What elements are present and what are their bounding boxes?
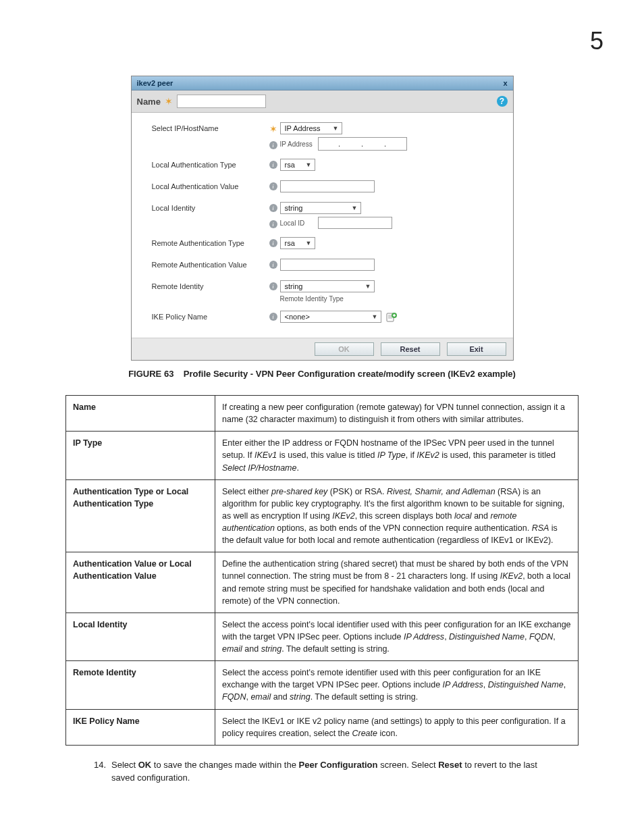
table-row: Remote IdentitySelect the access point's… xyxy=(66,661,579,709)
help-icon[interactable]: ? xyxy=(497,96,508,107)
select-ip-host-label: Select IP/HostName xyxy=(152,122,267,132)
exit-button[interactable]: Exit xyxy=(447,342,506,356)
local-id-input[interactable] xyxy=(318,217,392,229)
ok-button[interactable]: OK xyxy=(315,342,374,356)
remote-auth-type-label: Remote Authentication Type xyxy=(152,237,267,247)
chevron-down-icon: ▼ xyxy=(302,161,312,168)
step-text: Select OK to save the changes made withi… xyxy=(111,759,558,785)
required-star-icon: ✶ xyxy=(269,124,277,134)
definition-term: IP Type xyxy=(66,432,215,479)
remote-identity-type-sublabel: Remote Identity Type xyxy=(280,295,344,303)
definition-description: Enter either the IP address or FQDN host… xyxy=(215,432,579,479)
table-row: Authentication Value or Local Authentica… xyxy=(66,552,579,613)
definition-description: Select the access point's local identifi… xyxy=(215,613,579,660)
local-identity-value: string xyxy=(285,204,303,212)
reset-button[interactable]: Reset xyxy=(381,342,440,356)
table-row: NameIf creating a new peer configuration… xyxy=(66,396,579,432)
info-icon: i xyxy=(269,204,277,212)
figure-number: FIGURE 63 xyxy=(128,369,173,379)
table-row: Authentication Type or Local Authenticat… xyxy=(66,479,579,552)
chevron-down-icon: ▼ xyxy=(368,313,378,320)
step-number: 14. xyxy=(86,759,111,785)
definition-term: Remote Identity xyxy=(66,661,215,709)
definition-term: IKE Policy Name xyxy=(66,709,215,745)
definitions-table: NameIf creating a new peer configuration… xyxy=(65,395,579,746)
required-star-icon: ✶ xyxy=(165,96,173,107)
select-ip-host-dropdown[interactable]: IP Address ▼ xyxy=(280,122,342,134)
local-auth-type-value: rsa xyxy=(285,161,295,169)
info-icon: i xyxy=(269,220,277,228)
remote-auth-type-value: rsa xyxy=(285,239,295,247)
create-icon[interactable] xyxy=(386,312,397,323)
info-icon: i xyxy=(269,239,277,247)
figure-caption: FIGURE 63 Profile Security - VPN Peer Co… xyxy=(86,369,558,379)
remote-identity-value: string xyxy=(285,282,303,290)
button-bar: OK Reset Exit xyxy=(132,338,513,360)
select-ip-host-value: IP Address xyxy=(285,124,321,132)
ike-policy-value: <none> xyxy=(285,313,310,321)
definition-description: Select either pre-shared key (PSK) or RS… xyxy=(215,479,579,552)
definition-term: Authentication Value or Local Authentica… xyxy=(66,552,215,613)
info-icon: i xyxy=(269,313,277,321)
definition-term: Authentication Type or Local Authenticat… xyxy=(66,479,215,552)
remote-auth-type-dropdown[interactable]: rsa ▼ xyxy=(280,237,315,249)
info-icon: i xyxy=(269,141,277,149)
ikev2-peer-dialog: ikev2 peer x Name ✶ ? Select IP/HostName… xyxy=(131,76,514,361)
form-body: Select IP/HostName ✶ IP Address ▼ i IP A… xyxy=(132,113,513,338)
remote-auth-value-label: Remote Authentication Value xyxy=(152,259,267,269)
name-label: Name xyxy=(137,97,161,107)
chevron-down-icon: ▼ xyxy=(361,283,371,290)
definition-description: Select the IKEv1 or IKE v2 policy name (… xyxy=(215,709,579,745)
definition-description: If creating a new peer configuration (re… xyxy=(215,396,579,432)
definition-description: Define the authentication string (shared… xyxy=(215,552,579,613)
name-bar: Name ✶ ? xyxy=(132,90,513,113)
ip-address-input[interactable]: ... xyxy=(318,137,407,151)
remote-identity-dropdown[interactable]: string ▼ xyxy=(280,280,375,292)
dialog-titlebar: ikev2 peer x xyxy=(132,76,513,90)
chevron-down-icon: ▼ xyxy=(329,125,339,132)
dialog-title: ikev2 peer xyxy=(137,79,173,87)
page-number: 5 xyxy=(41,27,603,55)
definition-term: Local Identity xyxy=(66,613,215,660)
local-auth-type-dropdown[interactable]: rsa ▼ xyxy=(280,159,315,171)
ike-policy-label: IKE Policy Name xyxy=(152,311,267,321)
remote-auth-value-input[interactable] xyxy=(280,259,375,271)
info-icon: i xyxy=(269,261,277,269)
remote-identity-label: Remote Identity xyxy=(152,280,267,290)
definition-description: Select the access point's remote identif… xyxy=(215,661,579,709)
info-icon: i xyxy=(269,161,277,169)
local-auth-value-label: Local Authentication Value xyxy=(152,180,267,190)
ip-address-sublabel: IP Address xyxy=(280,140,314,148)
local-identity-dropdown[interactable]: string ▼ xyxy=(280,202,361,214)
info-icon: i xyxy=(269,282,277,290)
local-auth-type-label: Local Authentication Type xyxy=(152,159,267,169)
step-14: 14. Select OK to save the changes made w… xyxy=(86,759,558,785)
chevron-down-icon: ▼ xyxy=(348,205,358,211)
close-icon[interactable]: x xyxy=(503,79,507,87)
local-id-sublabel: Local ID xyxy=(280,219,314,227)
local-identity-label: Local Identity xyxy=(152,202,267,212)
table-row: IP TypeEnter either the IP address or FQ… xyxy=(66,432,579,479)
definition-term: Name xyxy=(66,396,215,432)
figure-caption-text: Profile Security - VPN Peer Configuratio… xyxy=(184,369,516,379)
name-input[interactable] xyxy=(177,95,266,108)
table-row: Local IdentitySelect the access point's … xyxy=(66,613,579,660)
info-icon: i xyxy=(269,182,277,190)
chevron-down-icon: ▼ xyxy=(302,240,312,246)
table-row: IKE Policy NameSelect the IKEv1 or IKE v… xyxy=(66,709,579,745)
local-auth-value-input[interactable] xyxy=(280,180,375,192)
ike-policy-dropdown[interactable]: <none> ▼ xyxy=(280,311,381,323)
